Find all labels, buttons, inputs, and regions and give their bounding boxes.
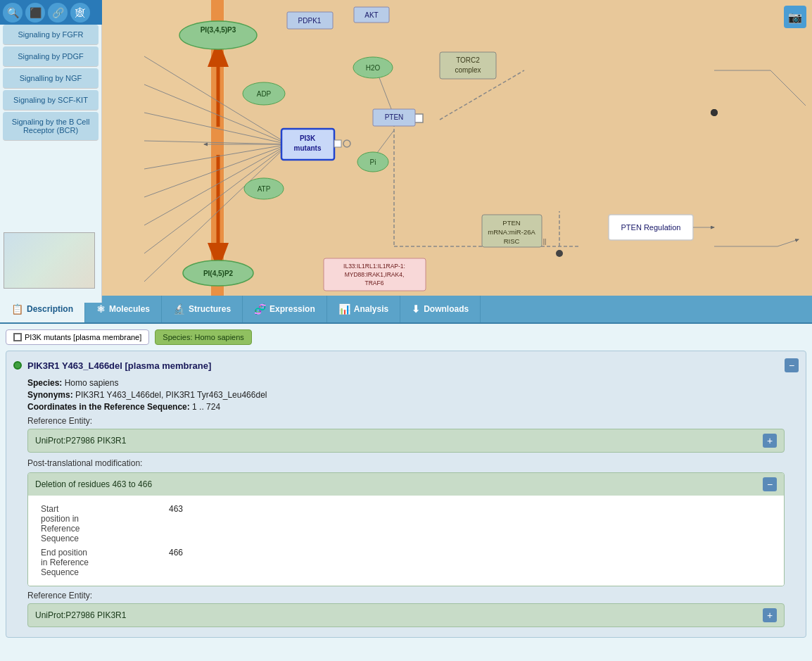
svg-rect-36 <box>334 140 341 147</box>
svg-line-26 <box>778 239 799 246</box>
expression-icon: 🧬 <box>254 303 266 315</box>
synonyms-value: PIK3R1 Y463_L466del, PIK3R1 Tyr463_Leu46… <box>75 390 267 400</box>
mod-row-start: Start position in Reference Sequence 463 <box>38 503 774 545</box>
svg-text:ADP: ADP <box>257 90 272 98</box>
svg-text:PTEN Regulation: PTEN Regulation <box>621 223 681 232</box>
entity-card: PIK3R1 Y463_L466del [plasma membrane] − … <box>6 351 806 638</box>
mod-row-end: End position in Reference Sequence 466 <box>38 546 774 579</box>
minimap[interactable] <box>4 232 95 289</box>
svg-text:mutants: mutants <box>294 144 322 152</box>
entity-species: Species: Homo sapiens <box>13 378 799 388</box>
svg-point-37 <box>343 140 350 147</box>
sidebar-item-scf-kit[interactable]: Signaling by SCF-KIT <box>3 90 99 111</box>
modification-body: Start position in Reference Sequence 463… <box>28 496 784 586</box>
synonyms-label: Synonyms: <box>27 390 73 400</box>
sidebar-item-ngf[interactable]: Signalling by NGF <box>3 68 99 89</box>
modification-table: Start position in Reference Sequence 463… <box>37 501 775 580</box>
breadcrumb-row: PI3K mutants [plasma membrane] Species: … <box>6 329 806 345</box>
ref-entity2-label: Reference Entity: <box>13 591 799 600</box>
svg-text:Pi: Pi <box>370 158 376 166</box>
analysis-icon: 📊 <box>338 303 350 315</box>
svg-text:PDPK1: PDPK1 <box>298 17 322 25</box>
mod-start-value: 463 <box>166 503 774 545</box>
pathway-svg: PI(3,4,5)P3 PI(4,5)P2 PI3K mutants ADP A… <box>102 0 812 296</box>
mod-start-label: Start position in Reference Sequence <box>38 503 165 545</box>
tab-downloads[interactable]: ⬇ Downloads <box>400 296 481 322</box>
svg-text:||: || <box>543 238 547 245</box>
species-label: Species: <box>27 378 62 388</box>
breadcrumb-entity[interactable]: PI3K mutants [plasma membrane] <box>6 329 149 345</box>
toolbar: 🔍 ⬛ 🔗 🕸 <box>0 0 102 25</box>
breadcrumb-entity-label: PI3K mutants [plasma membrane] <box>25 333 141 341</box>
modification-section: Deletion of residues 463 to 466 − Start … <box>27 472 785 586</box>
sidebar-item-bcr[interactable]: Signaling by the B Cell Receptor (BCR) <box>3 112 99 141</box>
coordinates-value: 1 .. 724 <box>192 402 220 412</box>
ref-entity2-value: UniProt:P27986 PIK3R1 <box>35 610 126 620</box>
entity-synonyms: Synonyms: PIK3R1 Y463_L466del, PIK3R1 Ty… <box>13 390 799 400</box>
entity-status-dot <box>13 361 22 370</box>
network-button[interactable]: 🕸 <box>70 3 90 23</box>
entity-button[interactable]: 🔗 <box>48 3 68 23</box>
tab-analysis[interactable]: 📊 Analysis <box>327 296 400 322</box>
modification-collapse-button[interactable]: − <box>763 477 777 491</box>
svg-text:RISC: RISC <box>504 237 520 245</box>
mod-end-value: 466 <box>166 546 774 579</box>
ref-entity-expand-button[interactable]: + <box>763 434 777 448</box>
svg-text:mRNA:miR-26A: mRNA:miR-26A <box>488 228 535 236</box>
mod-end-label: End position in Reference Sequence <box>38 546 165 579</box>
ref-entity-value: UniProt:P27986 PIK3R1 <box>35 436 126 446</box>
svg-line-24 <box>770 70 806 106</box>
modification-header: Deletion of residues 463 to 466 − <box>28 473 784 496</box>
pathway-canvas[interactable]: 📷 <box>102 0 812 296</box>
svg-text:AKT: AKT <box>364 11 378 19</box>
molecules-icon: ⚛ <box>96 303 106 315</box>
svg-text:ATP: ATP <box>258 185 271 193</box>
tabs-bar: 📋 Description ⚛ Molecules 🔬 Structures 🧬… <box>0 296 812 324</box>
svg-text:H2O: H2O <box>366 64 381 72</box>
coordinates-label: Coordinates in the Reference Sequence: <box>27 402 190 412</box>
species-badge[interactable]: Species: Homo sapiens <box>155 329 252 345</box>
description-icon: 📋 <box>11 303 23 315</box>
tab-structures[interactable]: 🔬 Structures <box>162 296 243 322</box>
svg-text:complex: complex <box>455 66 481 74</box>
ref-entity-box[interactable]: UniProt:P27986 PIK3R1 + <box>27 429 785 453</box>
species-value: Homo sapiens <box>65 378 119 388</box>
svg-point-29 <box>179 21 257 49</box>
svg-text:PI(3,4,5)P3: PI(3,4,5)P3 <box>201 26 236 34</box>
sidebar-item-pdgf[interactable]: Signaling by PDGF <box>3 46 99 67</box>
search-button[interactable]: 🔍 <box>3 3 23 23</box>
ref-entity2-box[interactable]: UniProt:P27986 PIK3R1 + <box>27 603 785 627</box>
content-area: PI3K mutants [plasma membrane] Species: … <box>0 324 812 661</box>
svg-text:PI3K: PI3K <box>300 134 316 142</box>
svg-text:PTEN: PTEN <box>385 113 404 121</box>
ptm-label: Post-translational modification: <box>13 458 799 468</box>
sidebar: Signaling by FGFR Signaling by PDGF Sign… <box>0 0 102 303</box>
entity-coordinates: Coordinates in the Reference Sequence: 1… <box>13 402 799 412</box>
ref-entity2-expand-button[interactable]: + <box>763 608 777 622</box>
svg-point-67 <box>711 109 718 116</box>
modification-title: Deletion of residues 463 to 466 <box>35 479 152 489</box>
entity-title: PIK3R1 Y463_L466del [plasma membrane] <box>27 360 779 371</box>
svg-rect-27 <box>414 114 423 122</box>
structures-icon: 🔬 <box>173 303 185 315</box>
screenshot-button[interactable]: 📷 <box>784 6 806 28</box>
svg-text:TRAF6: TRAF6 <box>365 279 384 287</box>
svg-text:IL33:IL1RL1:IL1RAP-1:: IL33:IL1RL1:IL1RAP-1: <box>343 263 405 270</box>
tab-expression[interactable]: 🧬 Expression <box>243 296 327 322</box>
svg-point-20 <box>556 250 563 257</box>
ref-entity-label: Reference Entity: <box>13 416 799 426</box>
downloads-icon: ⬇ <box>412 303 420 315</box>
entity-icon <box>13 333 22 341</box>
svg-text:TORC2: TORC2 <box>456 56 480 64</box>
sidebar-items: Signaling by FGFR Signaling by PDGF Sign… <box>0 25 101 141</box>
svg-text:PI(4,5)P2: PI(4,5)P2 <box>203 270 234 277</box>
svg-text:PTEN: PTEN <box>502 219 520 227</box>
collapse-button[interactable]: − <box>785 358 799 372</box>
sidebar-item-fgfr[interactable]: Signaling by FGFR <box>3 25 99 45</box>
svg-text:MYD88:IRAK1,IRAK4,: MYD88:IRAK1,IRAK4, <box>345 271 405 278</box>
entity-header: PIK3R1 Y463_L466del [plasma membrane] − <box>13 358 799 372</box>
box-select-button[interactable]: ⬛ <box>25 3 45 23</box>
